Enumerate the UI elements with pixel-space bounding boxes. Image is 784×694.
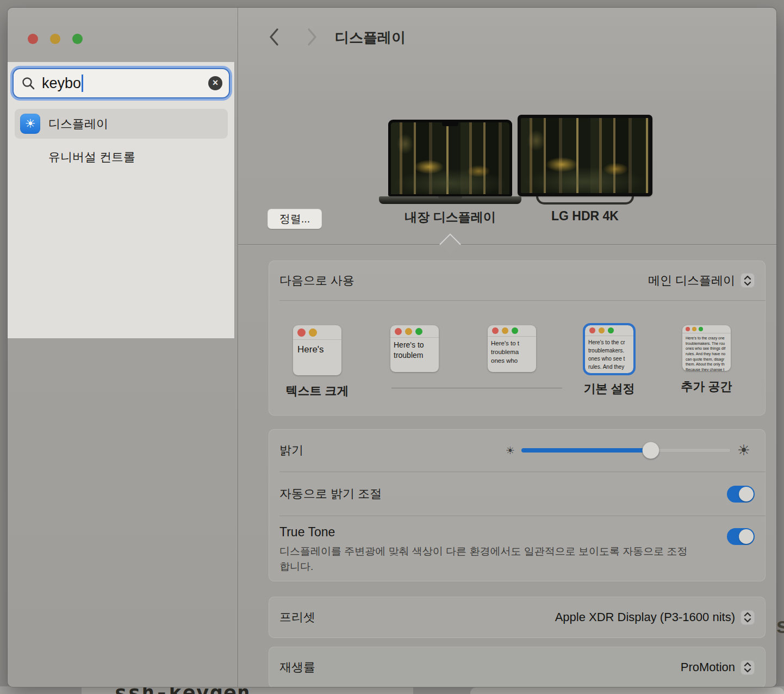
preview-green-dot bbox=[415, 328, 422, 335]
use-as-value: 메인 디스플레이 bbox=[648, 272, 735, 289]
brightness-label: 밝기 bbox=[279, 442, 303, 458]
sidebar-search-results-panel: keybo × ☀ 디스플레이 유니버설 컨트롤 bbox=[8, 62, 235, 339]
traffic-lights bbox=[28, 34, 83, 44]
sidebar-item-display[interactable]: ☀ 디스플레이 bbox=[15, 109, 228, 139]
use-as-dropdown[interactable]: 메인 디스플레이 bbox=[648, 272, 755, 289]
true-tone-toggle[interactable] bbox=[727, 528, 755, 545]
toggle-knob bbox=[739, 487, 754, 501]
preview-yellow-dot bbox=[692, 327, 696, 331]
true-tone-description: 디스플레이를 주변광에 맞춰 색상이 다른 환경에서도 일관적으로 보이도록 자… bbox=[279, 544, 693, 574]
page-title: 디스플레이 bbox=[335, 28, 406, 47]
wallpaper-forest-image bbox=[391, 122, 509, 194]
screen: ssh-keygen s keybo × bbox=[0, 0, 784, 694]
scale-option-2[interactable]: Here's to troublem bbox=[366, 301, 463, 394]
auto-brightness-label: 자동으로 밝기 조절 bbox=[279, 486, 382, 502]
brightness-icon: ☀ bbox=[20, 114, 40, 134]
preview-red-dot bbox=[395, 328, 402, 335]
laptop-notch bbox=[442, 122, 458, 126]
scale-option-larger-text[interactable]: Here's 텍스트 크게 bbox=[269, 301, 366, 397]
slider-knob[interactable] bbox=[643, 442, 659, 459]
scale-option-3[interactable]: Here's to t troublema ones who bbox=[463, 301, 561, 394]
forward-button[interactable] bbox=[306, 27, 318, 47]
search-icon bbox=[21, 76, 35, 90]
refresh-rate-panel: 재생률 ProMotion bbox=[269, 647, 766, 687]
sidebar-item-label: 유니버설 컨트롤 bbox=[48, 149, 135, 165]
preset-label: 프리셋 bbox=[279, 609, 315, 625]
use-as-label: 다음으로 사용 bbox=[279, 272, 354, 289]
scale-preview-text: Here's to troublem bbox=[390, 338, 439, 363]
background-text-fragment: s bbox=[776, 614, 784, 638]
search-input-value: keybo bbox=[42, 75, 81, 92]
preview-green-dot bbox=[608, 327, 614, 333]
scale-preview-text: Here's to the crazy one troublemakers. T… bbox=[682, 333, 731, 371]
slider-fill bbox=[521, 448, 651, 453]
arrange-button[interactable]: 정렬... bbox=[267, 209, 322, 229]
display-settings-panel: 다음으로 사용 메인 디스플레이 bbox=[269, 261, 766, 416]
preview-red-dot bbox=[297, 329, 306, 337]
refresh-rate-label: 재생률 bbox=[279, 659, 315, 676]
preset-value: Apple XDR Display (P3-1600 nits) bbox=[555, 610, 735, 624]
scale-option-label: 텍스트 크게 bbox=[285, 383, 349, 397]
clear-search-button[interactable]: × bbox=[208, 76, 222, 90]
preview-red-dot bbox=[589, 327, 595, 333]
toggle-knob bbox=[739, 529, 754, 544]
preset-dropdown[interactable]: Apple XDR Display (P3-1600 nits) bbox=[555, 610, 755, 625]
back-button[interactable] bbox=[268, 27, 280, 47]
sidebar-item-label: 디스플레이 bbox=[48, 116, 108, 132]
scale-preview-text: Here's bbox=[293, 340, 341, 360]
sidebar-item-universal-control[interactable]: 유니버설 컨트롤 bbox=[48, 146, 135, 168]
auto-brightness-toggle[interactable] bbox=[727, 486, 755, 503]
builtin-display-thumbnail[interactable] bbox=[388, 120, 512, 196]
laptop-base bbox=[379, 196, 521, 204]
brightness-low-icon: ☀ bbox=[506, 444, 515, 457]
chevron-up-down-icon bbox=[741, 610, 755, 625]
text-caret bbox=[82, 75, 83, 92]
scale-option-more-space[interactable]: Here's to the crazy one troublemakers. T… bbox=[658, 301, 755, 393]
preset-panel: 프리셋 Apple XDR Display (P3-1600 nits) bbox=[269, 597, 766, 638]
preview-red-dot bbox=[492, 327, 499, 334]
preview-green-dot bbox=[512, 327, 518, 334]
preview-yellow-dot bbox=[599, 327, 605, 333]
scale-preview-text: Here's to t troublema ones who bbox=[488, 337, 536, 367]
chevron-up-down-icon bbox=[741, 273, 755, 288]
close-button[interactable] bbox=[28, 34, 38, 44]
scale-option-default[interactable]: Here's to the cr troublemakers. ones who… bbox=[561, 301, 658, 395]
minimize-button[interactable] bbox=[50, 34, 60, 44]
refresh-rate-value: ProMotion bbox=[681, 660, 735, 674]
external-display-thumbnail[interactable] bbox=[518, 115, 652, 196]
system-settings-window: keybo × ☀ 디스플레이 유니버설 컨트롤 디 bbox=[7, 7, 777, 687]
brightness-slider[interactable] bbox=[521, 448, 731, 453]
true-tone-label: True Tone bbox=[279, 525, 693, 540]
section-divider bbox=[238, 244, 777, 245]
resolution-scale-picker: Here's 텍스트 크게 Here's to troublem bbox=[269, 301, 766, 416]
preview-yellow-dot bbox=[405, 328, 412, 335]
main-content: 디스플레이 내장 디스플레이 LG HDR 4K 정렬... bbox=[238, 8, 777, 687]
preview-yellow-dot bbox=[309, 329, 317, 337]
scale-option-label: 추가 공간 bbox=[681, 379, 732, 393]
preview-green-dot bbox=[699, 327, 703, 331]
refresh-rate-dropdown[interactable]: ProMotion bbox=[681, 660, 755, 675]
terminal-window-behind: ssh-keygen bbox=[82, 686, 413, 694]
builtin-display-label: 내장 디스플레이 bbox=[388, 209, 512, 226]
preview-red-dot bbox=[686, 327, 690, 331]
wallpaper-forest-image bbox=[521, 118, 649, 193]
scale-preview-text: Here's to the cr troublemakers. ones who… bbox=[585, 336, 633, 373]
monitor-stand bbox=[536, 196, 634, 205]
external-display-label: LG HDR 4K bbox=[518, 209, 652, 224]
display-arrangement-area: 내장 디스플레이 LG HDR 4K 정렬... bbox=[238, 100, 777, 244]
brightness-high-icon: ☀ bbox=[737, 442, 750, 459]
window-behind bbox=[470, 687, 784, 694]
zoom-button[interactable] bbox=[72, 34, 83, 44]
chevron-up-down-icon bbox=[741, 660, 755, 675]
brightness-panel: 밝기 ☀ ☀ 자동으로 밝기 조절 bbox=[269, 429, 766, 581]
preview-yellow-dot bbox=[502, 327, 508, 334]
search-input[interactable]: keybo × bbox=[13, 68, 230, 98]
scale-option-label: 기본 설정 bbox=[583, 381, 634, 395]
